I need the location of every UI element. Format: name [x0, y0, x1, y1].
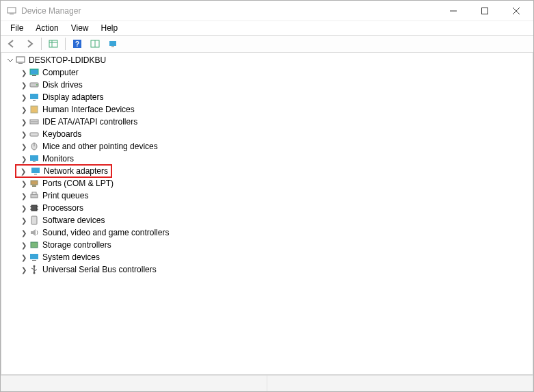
tree-item-hid[interactable]: ❯ Human Interface Devices [1, 103, 533, 116]
svg-text:?: ? [75, 40, 79, 48]
svg-rect-0 [8, 8, 16, 13]
collapse-arrow-icon[interactable]: ❯ [19, 228, 29, 237]
menu-help[interactable]: Help [96, 23, 124, 34]
highlight-annotation: ❯ Network adapters [15, 164, 112, 178]
tree-item-label: Universal Serial Bus controllers [42, 265, 157, 274]
collapse-arrow-icon[interactable]: ❯ [19, 129, 29, 139]
collapse-arrow-icon[interactable]: ❯ [16, 166, 30, 176]
svg-rect-3 [482, 8, 488, 14]
collapse-arrow-icon[interactable]: ❯ [19, 252, 29, 262]
speaker-icon [29, 227, 40, 238]
collapse-arrow-icon[interactable]: ❯ [19, 80, 29, 90]
collapse-arrow-icon[interactable]: ❯ [19, 240, 29, 250]
usb-icon [29, 264, 40, 275]
devices-printers-button[interactable] [105, 36, 121, 51]
collapse-arrow-icon[interactable]: ❯ [19, 203, 29, 213]
svg-rect-15 [16, 57, 25, 62]
collapse-arrow-icon[interactable]: ❯ [19, 92, 29, 102]
tree-item-label: Human Interface Devices [42, 105, 135, 114]
tree-item-usb[interactable]: ❯ Universal Serial Bus controllers [1, 263, 533, 276]
collapse-arrow-icon[interactable]: ❯ [19, 142, 29, 151]
tree-item-ide-ata[interactable]: ❯ IDE ATA/ATAPI controllers [1, 116, 533, 128]
minimize-button[interactable] [438, 1, 469, 21]
help-button[interactable]: ? [69, 36, 85, 51]
menu-action[interactable]: Action [30, 23, 64, 34]
svg-rect-6 [49, 40, 57, 47]
app-icon [6, 5, 17, 16]
menu-view[interactable]: View [66, 23, 94, 34]
svg-point-48 [34, 272, 36, 274]
tree-item-network-adapters[interactable]: ❯ Network adapters [1, 165, 533, 177]
tree-root[interactable]: DESKTOP-LDIDKBU [1, 54, 533, 66]
collapse-arrow-icon[interactable]: ❯ [19, 191, 29, 200]
ide-icon [29, 116, 40, 127]
svg-rect-16 [18, 63, 23, 64]
tree-item-label: Ports (COM & LPT) [42, 179, 114, 188]
toolbar-separator [41, 38, 42, 50]
tree-item-label: IDE ATA/ATAPI controllers [42, 117, 137, 127]
tree-item-label: System devices [42, 252, 100, 262]
tree-item-monitors[interactable]: ❯ Monitors [1, 153, 533, 165]
tree-item-label: Mice and other pointing devices [42, 142, 158, 151]
tree-item-sound[interactable]: ❯ Sound, video and game controllers [1, 226, 533, 239]
tree-item-label: Disk drives [42, 80, 83, 90]
expand-arrow-icon[interactable] [5, 55, 15, 65]
tree-item-computer[interactable]: ❯ Computer [1, 66, 533, 79]
tree-item-print-queues[interactable]: ❯ Print queues [1, 190, 533, 202]
disk-icon [29, 79, 40, 90]
statusbar [1, 375, 533, 391]
tree-item-display-adapters[interactable]: ❯ Display adapters [1, 91, 533, 103]
menu-file[interactable]: File [5, 23, 29, 34]
tree-item-label: Sound, video and game controllers [42, 228, 169, 237]
maximize-button[interactable] [469, 1, 500, 21]
collapse-arrow-icon[interactable]: ❯ [19, 215, 29, 225]
scan-hardware-button[interactable] [87, 36, 103, 51]
svg-point-47 [34, 265, 36, 267]
close-button[interactable] [500, 1, 532, 21]
svg-point-20 [36, 84, 38, 86]
collapse-arrow-icon[interactable]: ❯ [19, 68, 29, 77]
svg-rect-32 [34, 174, 37, 174]
collapse-arrow-icon[interactable]: ❯ [19, 265, 29, 274]
tree-item-label: Computer [42, 68, 79, 77]
tree-item-disk-drives[interactable]: ❯ Disk drives [1, 79, 533, 91]
collapse-arrow-icon[interactable]: ❯ [19, 154, 29, 164]
device-tree[interactable]: DESKTOP-LDIDKBU ❯ Computer ❯ Disk drives… [1, 53, 533, 375]
svg-rect-18 [32, 75, 36, 76]
tree-item-keyboards[interactable]: ❯ Keyboards [1, 128, 533, 140]
ports-icon [29, 178, 40, 189]
svg-rect-42 [31, 216, 37, 224]
svg-rect-14 [111, 47, 114, 47]
show-hide-tree-button[interactable] [45, 36, 62, 51]
cpu-icon [29, 202, 40, 213]
tree-item-processors[interactable]: ❯ Processors [1, 202, 533, 214]
tree-item-mice[interactable]: ❯ Mice and other pointing devices [1, 140, 533, 153]
software-device-icon [29, 215, 40, 226]
svg-rect-45 [32, 260, 36, 261]
svg-rect-35 [31, 194, 38, 198]
keyboard-icon [29, 129, 40, 140]
tree-item-label: Software devices [42, 215, 105, 225]
status-pane [1, 376, 267, 391]
collapse-arrow-icon[interactable]: ❯ [19, 117, 29, 127]
forward-button[interactable] [21, 36, 38, 51]
tree-item-system-devices[interactable]: ❯ System devices [1, 251, 533, 263]
menubar: File Action View Help [1, 21, 533, 35]
svg-rect-26 [30, 133, 38, 136]
tree-item-ports[interactable]: ❯ Ports (COM & LPT) [1, 177, 533, 190]
collapse-arrow-icon[interactable]: ❯ [19, 105, 29, 114]
back-button[interactable] [3, 36, 20, 51]
tree-item-storage-controllers[interactable]: ❯ Storage controllers [1, 239, 533, 251]
svg-rect-37 [31, 205, 37, 211]
svg-rect-30 [33, 161, 36, 162]
svg-rect-21 [30, 94, 38, 99]
tree-item-label: Network adapters [44, 166, 108, 176]
tree-item-label: Keyboards [42, 129, 81, 139]
tree-item-software-devices[interactable]: ❯ Software devices [1, 214, 533, 226]
collapse-arrow-icon[interactable]: ❯ [19, 179, 29, 188]
monitor-icon [29, 67, 40, 78]
svg-rect-31 [31, 168, 40, 173]
mouse-icon [29, 141, 40, 152]
system-device-icon [29, 252, 40, 263]
titlebar: Device Manager [1, 1, 533, 21]
